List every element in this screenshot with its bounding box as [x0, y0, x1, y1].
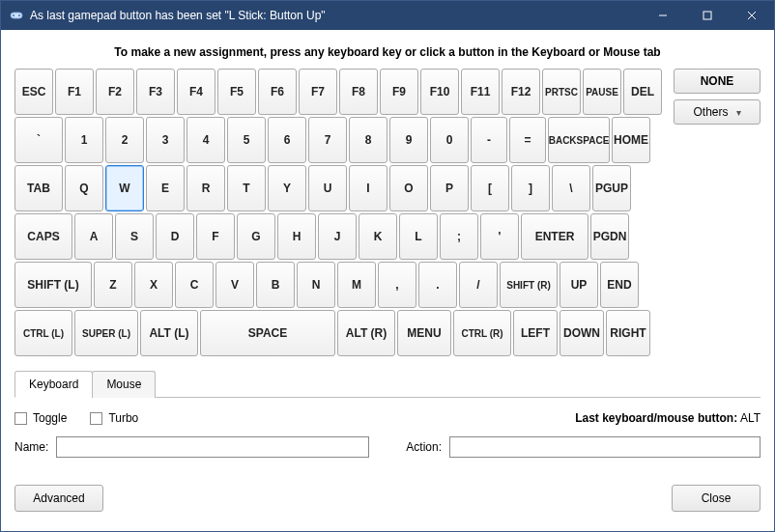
key-q[interactable]: Q — [65, 165, 103, 211]
window-title: As last gamepad button has been set "L S… — [30, 9, 641, 22]
key-f5[interactable]: F5 — [217, 69, 256, 115]
key-del[interactable]: DEL — [623, 69, 662, 115]
key-caps[interactable]: CAPS — [14, 213, 72, 260]
key-7[interactable]: 7 — [308, 117, 347, 163]
key-n[interactable]: N — [297, 262, 335, 308]
key-[interactable]: ] — [511, 165, 550, 211]
key-[interactable]: - — [471, 117, 507, 163]
key-s[interactable]: S — [115, 213, 154, 260]
key-[interactable]: , — [378, 262, 416, 308]
key-f8[interactable]: F8 — [339, 69, 378, 115]
tab-mouse[interactable]: Mouse — [92, 371, 156, 398]
key-h[interactable]: H — [277, 213, 316, 260]
side-column: NONE Others ▾ — [674, 69, 761, 358]
key-0[interactable]: 0 — [430, 117, 469, 163]
key-space[interactable]: SPACE — [200, 310, 335, 356]
key-[interactable]: ` — [14, 117, 63, 163]
key-i[interactable]: I — [349, 165, 388, 211]
key-5[interactable]: 5 — [227, 117, 266, 163]
key-b[interactable]: B — [256, 262, 295, 308]
key-r[interactable]: R — [187, 165, 225, 211]
key-pgdn[interactable]: PGDN — [590, 213, 629, 260]
key-g[interactable]: G — [237, 213, 275, 260]
name-input[interactable] — [56, 436, 369, 458]
key-6[interactable]: 6 — [268, 117, 306, 163]
key-x[interactable]: X — [134, 262, 173, 308]
key-f10[interactable]: F10 — [420, 69, 459, 115]
key-m[interactable]: M — [337, 262, 376, 308]
key-[interactable]: . — [418, 262, 457, 308]
key-v[interactable]: V — [215, 262, 254, 308]
key-p[interactable]: P — [430, 165, 469, 211]
toggle-checkbox[interactable]: Toggle — [14, 411, 67, 425]
key-shift-l[interactable]: SHIFT (L) — [14, 262, 92, 308]
key-backspace[interactable]: BACKSPACE — [548, 117, 610, 163]
key-ctrl-r[interactable]: CTRL (R) — [453, 310, 511, 356]
key-alt-l[interactable]: ALT (L) — [140, 310, 198, 356]
key-down[interactable]: DOWN — [560, 310, 604, 356]
tab-keyboard[interactable]: Keyboard — [14, 371, 93, 398]
key-end[interactable]: END — [600, 262, 639, 308]
key-tab[interactable]: TAB — [14, 165, 63, 211]
key-w[interactable]: W — [105, 165, 144, 211]
action-input[interactable] — [449, 436, 761, 458]
key-f11[interactable]: F11 — [461, 69, 500, 115]
key-f9[interactable]: F9 — [380, 69, 418, 115]
key-z[interactable]: Z — [94, 262, 132, 308]
key-f4[interactable]: F4 — [177, 69, 215, 115]
turbo-checkbox[interactable]: Turbo — [90, 411, 138, 425]
key-f[interactable]: F — [196, 213, 235, 260]
key-e[interactable]: E — [146, 165, 185, 211]
key-[interactable]: \ — [552, 165, 590, 211]
advanced-button[interactable]: Advanced — [14, 485, 103, 512]
key-3[interactable]: 3 — [146, 117, 185, 163]
key-right[interactable]: RIGHT — [606, 310, 650, 356]
key-f7[interactable]: F7 — [299, 69, 337, 115]
key-9[interactable]: 9 — [389, 117, 428, 163]
svg-rect-0 — [11, 13, 22, 18]
key-left[interactable]: LEFT — [513, 310, 558, 356]
none-button[interactable]: NONE — [674, 69, 761, 94]
key-enter[interactable]: ENTER — [521, 213, 588, 260]
key-[interactable]: [ — [471, 165, 509, 211]
key-f12[interactable]: F12 — [502, 69, 540, 115]
key-[interactable]: = — [509, 117, 546, 163]
key-[interactable]: ; — [440, 213, 478, 260]
key-up[interactable]: UP — [560, 262, 598, 308]
key-shift-r[interactable]: SHIFT (R) — [500, 262, 558, 308]
key-l[interactable]: L — [399, 213, 438, 260]
key-f1[interactable]: F1 — [55, 69, 94, 115]
key-d[interactable]: D — [156, 213, 194, 260]
key-c[interactable]: C — [175, 262, 214, 308]
key-k[interactable]: K — [359, 213, 397, 260]
key-[interactable]: / — [459, 262, 498, 308]
key-pause[interactable]: PAUSE — [583, 69, 621, 115]
others-dropdown[interactable]: Others ▾ — [674, 99, 761, 125]
key-menu[interactable]: MENU — [397, 310, 451, 356]
maximize-button[interactable] — [685, 1, 730, 30]
key-1[interactable]: 1 — [65, 117, 103, 163]
key-o[interactable]: O — [389, 165, 428, 211]
key-4[interactable]: 4 — [187, 117, 225, 163]
key-y[interactable]: Y — [268, 165, 306, 211]
key-j[interactable]: J — [318, 213, 357, 260]
minimize-button[interactable] — [641, 1, 685, 30]
key-home[interactable]: HOME — [612, 117, 650, 163]
key-ctrl-l[interactable]: CTRL (L) — [14, 310, 72, 356]
key-2[interactable]: 2 — [105, 117, 144, 163]
key-f3[interactable]: F3 — [136, 69, 175, 115]
key-a[interactable]: A — [74, 213, 113, 260]
key-prtsc[interactable]: PRTSC — [542, 69, 581, 115]
key-f6[interactable]: F6 — [258, 69, 297, 115]
close-window-button[interactable] — [730, 1, 774, 30]
key-super-l[interactable]: SUPER (L) — [74, 310, 138, 356]
key-f2[interactable]: F2 — [96, 69, 134, 115]
key-t[interactable]: T — [227, 165, 266, 211]
key-[interactable]: ' — [480, 213, 519, 260]
key-u[interactable]: U — [308, 165, 347, 211]
key-esc[interactable]: ESC — [14, 69, 53, 115]
key-8[interactable]: 8 — [349, 117, 388, 163]
key-pgup[interactable]: PGUP — [592, 165, 631, 211]
key-alt-r[interactable]: ALT (R) — [337, 310, 395, 356]
close-button[interactable]: Close — [672, 485, 761, 512]
